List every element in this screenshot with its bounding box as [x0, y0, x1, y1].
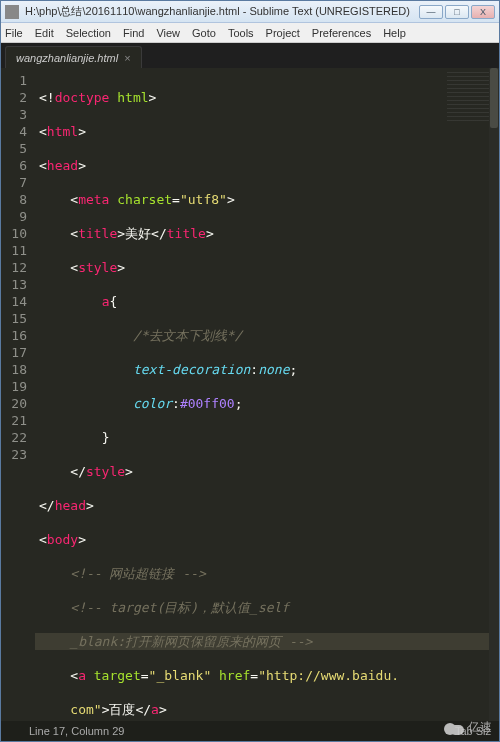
gutter-line: 7 [1, 174, 27, 191]
line-gutter: 1 2 3 4 5 6 7 8 9 10 11 12 13 14 15 16 1… [1, 68, 35, 721]
window-title: H:\php\总结\20161110\wangzhanlianjie.html … [25, 4, 419, 19]
tab-label: wangzhanlianjie.html [16, 52, 118, 64]
gutter-line: 4 [1, 123, 27, 140]
menu-file[interactable]: File [5, 27, 23, 39]
gutter-line: 5 [1, 140, 27, 157]
menu-selection[interactable]: Selection [66, 27, 111, 39]
menu-bar: File Edit Selection Find View Goto Tools… [1, 23, 499, 43]
code-line: <style> [35, 259, 499, 276]
gutter-line: 9 [1, 208, 27, 225]
status-tab-size[interactable]: Tab Siz [455, 725, 491, 737]
status-cursor[interactable]: Line 17, Column 29 [29, 725, 124, 737]
app-window: H:\php\总结\20161110\wangzhanlianjie.html … [0, 0, 500, 742]
gutter-line: 11 [1, 242, 27, 259]
title-bar: H:\php\总结\20161110\wangzhanlianjie.html … [1, 1, 499, 23]
code-line: <meta charset="utf8"> [35, 191, 499, 208]
code-line: <head> [35, 157, 499, 174]
code-line: } [35, 429, 499, 446]
maximize-button[interactable]: □ [445, 5, 469, 19]
code-view[interactable]: <!doctype html> <html> <head> <meta char… [35, 68, 499, 721]
code-line: <!doctype html> [35, 89, 499, 106]
code-line: </style> [35, 463, 499, 480]
editor-area: 1 2 3 4 5 6 7 8 9 10 11 12 13 14 15 16 1… [1, 68, 499, 721]
gutter-line: 3 [1, 106, 27, 123]
menu-goto[interactable]: Goto [192, 27, 216, 39]
code-line: com">百度</a> [35, 701, 499, 718]
code-line: a{ [35, 293, 499, 310]
gutter-line: 15 [1, 310, 27, 327]
gutter-line: 18 [1, 361, 27, 378]
scrollbar-vertical[interactable] [489, 68, 499, 721]
gutter-line: 21 [1, 412, 27, 429]
menu-help[interactable]: Help [383, 27, 406, 39]
menu-project[interactable]: Project [266, 27, 300, 39]
tab-row: wangzhanlianjie.html × [1, 43, 499, 68]
code-line: /*去文本下划线*/ [35, 327, 499, 344]
code-line: text-decoration:none; [35, 361, 499, 378]
code-line: <!-- target(目标)，默认值_self [35, 599, 499, 616]
code-line: color:#00ff00; [35, 395, 499, 412]
menu-edit[interactable]: Edit [35, 27, 54, 39]
gutter-line: 14 [1, 293, 27, 310]
code-line: <!-- 网站超链接 --> [35, 565, 499, 582]
code-line: <html> [35, 123, 499, 140]
app-icon [5, 5, 19, 19]
gutter-line: 13 [1, 276, 27, 293]
gutter-line: 19 [1, 378, 27, 395]
scrollbar-thumb[interactable] [490, 68, 498, 128]
status-bar: Line 17, Column 29 Tab Siz [1, 721, 499, 741]
code-line-active: _blank:打开新网页保留原来的网页 --> [35, 633, 499, 650]
menu-find[interactable]: Find [123, 27, 144, 39]
gutter-line: 2 [1, 89, 27, 106]
gutter-line: 20 [1, 395, 27, 412]
gutter-line: 16 [1, 327, 27, 344]
menu-preferences[interactable]: Preferences [312, 27, 371, 39]
gutter-line: 12 [1, 259, 27, 276]
gutter-line: 1 [1, 72, 27, 89]
code-line: <body> [35, 531, 499, 548]
code-line: <title>美好</title> [35, 225, 499, 242]
minimize-button[interactable]: — [419, 5, 443, 19]
gutter-line: 23 [1, 446, 27, 463]
menu-view[interactable]: View [156, 27, 180, 39]
gutter-line: 6 [1, 157, 27, 174]
tab-file[interactable]: wangzhanlianjie.html × [5, 46, 142, 68]
close-button[interactable]: X [471, 5, 495, 19]
gutter-line: 17 [1, 344, 27, 361]
window-buttons: — □ X [419, 5, 495, 19]
code-line: <a target="_blank" href="http://www.baid… [35, 667, 499, 684]
gutter-line: 10 [1, 225, 27, 242]
code-line: </head> [35, 497, 499, 514]
close-icon[interactable]: × [124, 52, 130, 64]
menu-tools[interactable]: Tools [228, 27, 254, 39]
minimap[interactable] [447, 72, 489, 122]
gutter-line: 22 [1, 429, 27, 446]
gutter-line: 8 [1, 191, 27, 208]
